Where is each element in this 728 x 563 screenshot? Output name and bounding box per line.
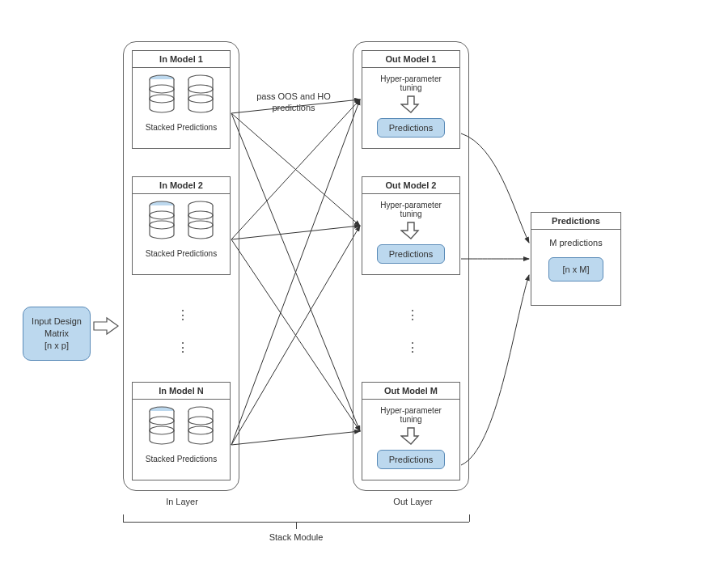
out-model-m: Out Model M Hyper-parameter tuning Predi… [362, 382, 460, 480]
predictions-box: Predictions M predictions [n x M] [531, 212, 621, 306]
ellipsis-icon: ⋮ [406, 307, 420, 323]
in-layer-label: In Layer [158, 497, 206, 506]
in-model-1-body: Stacked Predictions [133, 68, 230, 137]
in-model-1: In Model 1 Stacked Predictions [132, 50, 231, 149]
out-model-m-hp: Hyper-parameter tuning [369, 406, 453, 424]
out-model-m-pred: Predictions [377, 450, 445, 469]
bracket-tick-left [123, 514, 124, 522]
in-model-n-body: Stacked Predictions [133, 400, 230, 468]
out-model-1-pred: Predictions [377, 118, 445, 138]
predictions-body: M predictions [n x M] [531, 230, 620, 286]
in-model-1-caption: Stacked Predictions [139, 123, 223, 132]
input-design-matrix: Input Design Matrix [n x p] [23, 307, 91, 361]
out-model-m-title: Out Model M [362, 383, 459, 400]
predictions-title: Predictions [531, 213, 620, 230]
out-model-2-hp: Hyper-parameter tuning [369, 201, 453, 218]
db-pair [139, 406, 223, 450]
down-arrow-icon [400, 220, 421, 241]
db-pair [139, 201, 223, 244]
out-model-m-body: Hyper-parameter tuning Predictions [362, 400, 459, 474]
down-arrow-icon [400, 425, 421, 447]
out-model-1: Out Model 1 Hyper-parameter tuning Predi… [362, 50, 460, 149]
ellipsis-icon: ⋮ [176, 307, 190, 323]
svg-line-21 [231, 99, 360, 239]
out-model-2-title: Out Model 2 [362, 177, 459, 194]
database-icon [187, 201, 214, 244]
svg-line-24 [231, 99, 360, 445]
out-model-1-body: Hyper-parameter tuning Predictions [362, 68, 459, 142]
in-model-2-body: Stacked Predictions [133, 194, 230, 263]
pass-oos-label: pass OOS and HO predictions [245, 91, 342, 114]
in-model-n-caption: Stacked Predictions [139, 455, 223, 464]
out-layer-label: Out Layer [387, 497, 439, 506]
bracket-tick-mid [296, 522, 297, 529]
database-icon [187, 406, 214, 450]
ellipsis-icon: ⋮ [406, 340, 420, 355]
svg-line-23 [231, 239, 360, 431]
svg-line-22 [231, 226, 360, 239]
predictions-line2: [n x M] [548, 257, 603, 282]
in-model-2-caption: Stacked Predictions [139, 249, 223, 258]
svg-line-26 [231, 431, 360, 445]
svg-line-20 [231, 113, 360, 431]
out-model-2-body: Hyper-parameter tuning Predictions [362, 194, 459, 269]
svg-line-19 [231, 113, 360, 226]
svg-line-25 [231, 226, 360, 445]
in-model-2: In Model 2 Stacked Predictions [132, 176, 231, 275]
database-icon [148, 201, 176, 244]
db-pair [139, 74, 223, 118]
out-model-1-title: Out Model 1 [362, 51, 459, 68]
in-model-2-title: In Model 2 [133, 177, 230, 194]
bracket-tick-right [469, 514, 470, 522]
out-model-1-hp: Hyper-parameter tuning [369, 74, 453, 92]
input-design-matrix-label: Input Design Matrix [n x p] [30, 315, 83, 352]
in-model-n: In Model N Stacked Predictions [132, 382, 231, 480]
database-icon [148, 406, 176, 450]
predictions-line1: M predictions [538, 238, 614, 248]
out-model-2: Out Model 2 Hyper-parameter tuning Predi… [362, 176, 460, 275]
in-model-1-title: In Model 1 [133, 51, 230, 68]
ellipsis-icon: ⋮ [176, 340, 190, 355]
database-icon [148, 74, 176, 118]
down-arrow-icon [400, 94, 421, 115]
stack-module-label: Stack Module [264, 532, 328, 542]
out-model-2-pred: Predictions [377, 244, 445, 264]
database-icon [187, 74, 214, 118]
in-model-n-title: In Model N [133, 383, 230, 400]
